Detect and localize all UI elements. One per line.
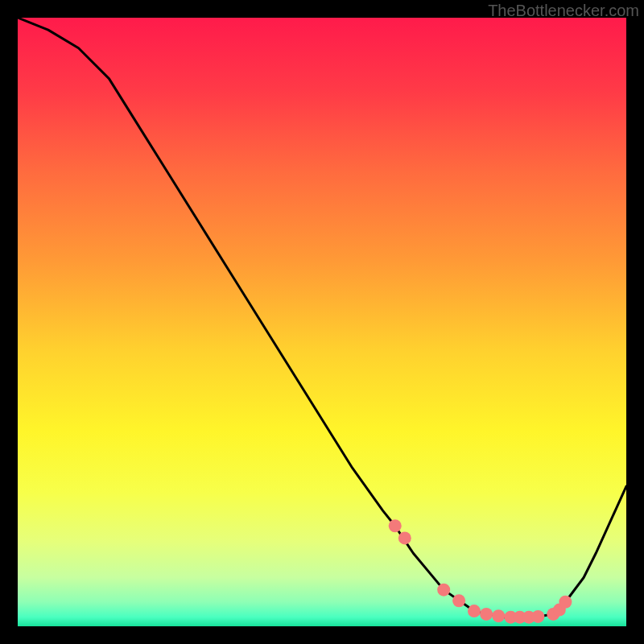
data-marker: [492, 609, 505, 622]
watermark-text: TheBottlenecker.com: [488, 2, 639, 20]
data-marker: [468, 605, 481, 617]
data-marker: [531, 610, 544, 623]
data-marker: [398, 531, 411, 544]
data-marker: [452, 594, 465, 607]
data-marker: [437, 584, 450, 597]
data-marker: [480, 608, 493, 621]
chart-curve: [18, 18, 626, 626]
data-marker: [389, 519, 402, 532]
data-marker: [559, 596, 572, 609]
plot-area: [18, 18, 626, 626]
